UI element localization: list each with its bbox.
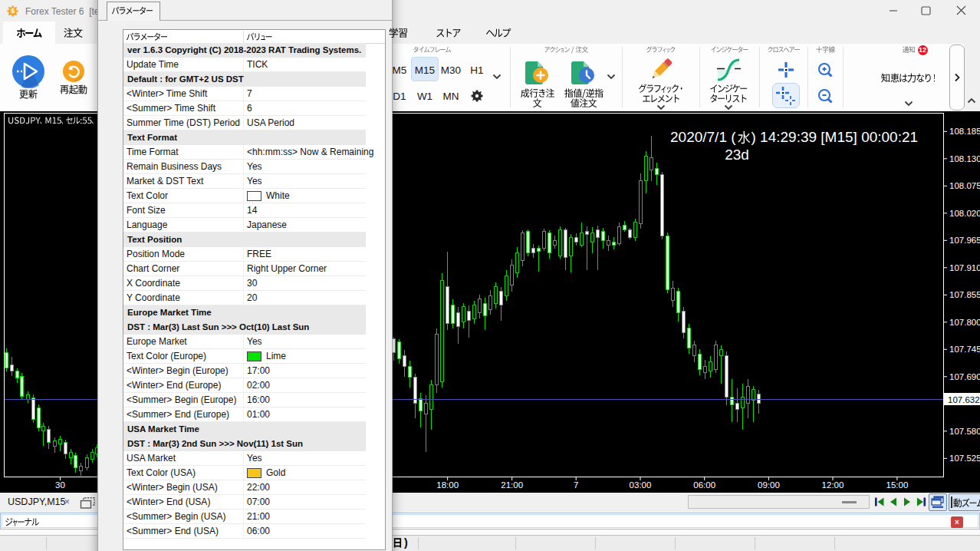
svg-text:107.910: 107.910 bbox=[949, 263, 980, 272]
svg-text:107.800: 107.800 bbox=[949, 318, 980, 327]
svg-text:108.075: 108.075 bbox=[949, 181, 980, 190]
svg-text:107.690: 107.690 bbox=[949, 372, 980, 381]
svg-text:107.745: 107.745 bbox=[949, 345, 980, 354]
svg-text:107.965: 107.965 bbox=[949, 236, 980, 245]
svg-text:108.020: 108.020 bbox=[949, 209, 980, 218]
svg-text:09:00: 09:00 bbox=[758, 480, 780, 490]
svg-text:107.855: 107.855 bbox=[949, 290, 980, 299]
svg-text:15:00: 15:00 bbox=[886, 480, 909, 490]
svg-text:18:00: 18:00 bbox=[436, 480, 459, 490]
svg-text:108.185: 108.185 bbox=[949, 127, 980, 136]
svg-text:$: $ bbox=[11, 7, 15, 15]
svg-text:12:00: 12:00 bbox=[822, 480, 844, 490]
svg-text:30: 30 bbox=[55, 480, 65, 490]
svg-text:03:00: 03:00 bbox=[630, 480, 652, 490]
svg-text:7: 7 bbox=[574, 480, 578, 490]
svg-text:21:00: 21:00 bbox=[501, 480, 523, 490]
svg-text:107.580: 107.580 bbox=[949, 427, 980, 436]
svg-text:108.130: 108.130 bbox=[949, 154, 980, 163]
svg-text:107.632: 107.632 bbox=[948, 395, 980, 404]
svg-text:107.525: 107.525 bbox=[949, 454, 980, 463]
svg-text:06:00: 06:00 bbox=[693, 480, 715, 490]
